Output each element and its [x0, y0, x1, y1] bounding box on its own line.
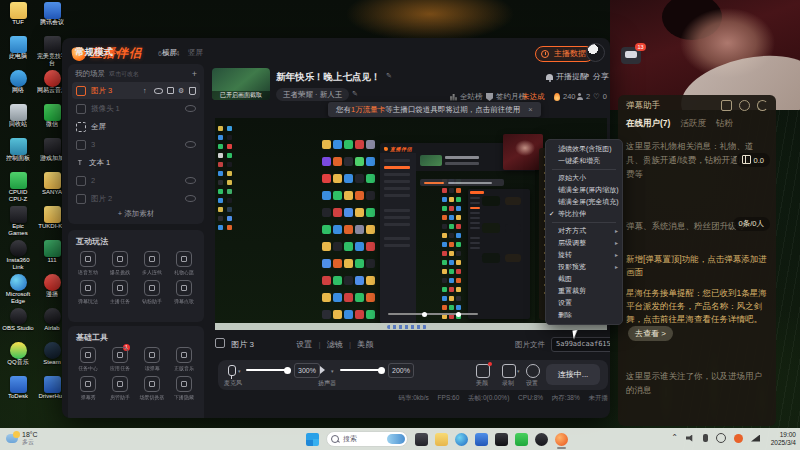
mic-tray-icon[interactable] [703, 434, 708, 442]
desktop-icon[interactable]: ToDesk [2, 376, 34, 410]
gift-counter[interactable]: 0.0 [736, 153, 770, 167]
message-counter[interactable]: 0条/0人 [733, 217, 770, 231]
menu-item[interactable]: 删除 [546, 309, 622, 321]
menu-item-submenu[interactable]: 对齐方式▸ [546, 225, 622, 237]
speaker-volume-slider[interactable] [340, 369, 382, 371]
feature-voice[interactable]: 语音互动 [72, 251, 104, 276]
rank-status[interactable]: 未达成 [522, 92, 545, 102]
taskbar-clock[interactable]: 19:00 2025/3/4 [771, 431, 796, 447]
task-view-button[interactable] [415, 433, 428, 446]
file-name-input[interactable]: 5a99adcaaf61556c67f652a.png [551, 337, 610, 352]
close-icon[interactable]: × [528, 105, 532, 114]
scene-row[interactable]: 全屏 [72, 118, 200, 135]
mic-volume-value[interactable]: 300% [294, 363, 320, 378]
mic-icon[interactable] [228, 365, 236, 376]
menu-item[interactable]: 原始大小 [546, 172, 622, 184]
feature-star-challenge[interactable]: 爆星挑战 [104, 251, 136, 276]
desktop-icon[interactable]: 控制面板 [2, 138, 34, 172]
feature-gift-wish[interactable]: 礼物心愿 [168, 251, 200, 276]
speaker-icon[interactable] [320, 366, 329, 374]
tool-licensed-music[interactable]: 正版音乐 [168, 347, 200, 372]
share-button[interactable]: ⇗ 分享 [583, 71, 609, 82]
source-filter-button[interactable]: 滤镜 [327, 340, 343, 349]
scene-row[interactable]: 摄像头 1 [72, 100, 200, 117]
eye-hidden-icon[interactable] [185, 105, 196, 112]
connect-button[interactable]: 连接中... [546, 364, 600, 385]
tab-landscape[interactable]: 横屏 [162, 48, 177, 58]
desktop-icon[interactable]: QQ音乐 [2, 342, 34, 376]
menu-item[interactable]: 截图 [546, 273, 622, 285]
pin-top-icon[interactable]: ↑ [143, 87, 150, 94]
copy-icon[interactable] [167, 87, 174, 94]
tray-app-icon[interactable] [716, 433, 726, 443]
capture-thumbnail[interactable]: 已开启画面截取 [212, 68, 270, 100]
menu-item[interactable]: 铺满全屏(完全填充) [546, 196, 622, 208]
taskbar-weather[interactable]: 18°C 多云 [6, 431, 38, 446]
desktop-icon[interactable]: Microsoft Edge [2, 274, 34, 308]
terminal-button[interactable] [495, 433, 508, 446]
tool-read-danmu[interactable]: 读弹幕 [136, 347, 168, 372]
scene-row-selected[interactable]: 图片 3 ↑ ⚙ [72, 82, 200, 99]
desktop-icon[interactable]: 网络 [2, 70, 34, 104]
desktop-icon[interactable]: Epic Games [2, 206, 34, 240]
feature-song-request[interactable]: 弹幕点歌 [168, 280, 200, 305]
mic-volume-slider[interactable] [246, 369, 288, 371]
menu-item[interactable]: 铺满全屏(屏内缩放) [546, 184, 622, 196]
menu-item[interactable]: 滤镜效果(含抠图) [546, 143, 622, 155]
menu-item[interactable]: 重置裁剪 [546, 285, 622, 297]
source-settings-button[interactable]: 设置 [296, 340, 312, 349]
source-beauty-button[interactable]: 美颜 [357, 340, 373, 349]
feature-danmu-play[interactable]: 弹幕玩法 [72, 280, 104, 305]
mic-caret-icon[interactable]: ▾ [238, 368, 241, 374]
rank-month[interactable]: 签约月榜 [486, 92, 526, 102]
tab-activity[interactable]: 活跃度 [680, 118, 706, 130]
desktop-icon[interactable]: 此电脑 [2, 36, 34, 70]
chat-bubble-icon[interactable]: 13 [621, 47, 641, 64]
desktop-icon[interactable]: CPUID CPU-Z [2, 172, 34, 206]
desktop-icon[interactable]: Insta360 Link [2, 240, 34, 274]
edge-button[interactable] [455, 433, 468, 446]
feature-anchor-task[interactable]: 主播任务 [104, 280, 136, 305]
game-tag[interactable]: 王者荣耀 · 新人王 [276, 88, 349, 101]
app-button-dark[interactable] [535, 433, 548, 446]
desktop-icon[interactable]: 回收站 [2, 104, 34, 138]
add-material-button[interactable]: + 添加素材 [68, 209, 204, 219]
tool-room-admin[interactable]: 房管助手 [104, 376, 136, 401]
settings-button[interactable] [526, 364, 540, 378]
feature-diamond-fans[interactable]: 钻粉助手 [136, 280, 168, 305]
tab-online-users[interactable]: 在线用户(7) [626, 118, 670, 130]
wechat-button[interactable] [515, 433, 528, 446]
gear-icon[interactable] [739, 100, 750, 111]
speaker-volume-value[interactable]: 200% [388, 363, 414, 378]
eye-hidden-icon[interactable] [185, 195, 196, 202]
avatar[interactable] [586, 43, 605, 62]
record-caret-icon[interactable]: ▾ [517, 368, 520, 374]
scene-row[interactable]: T 文本 1 [72, 154, 200, 171]
menu-item-checked[interactable]: ✓等比拉伸 [546, 208, 622, 220]
tool-app-task[interactable]: 1应用任务 [104, 347, 136, 372]
speaker-caret-icon[interactable]: ▾ [331, 368, 334, 374]
search-input[interactable]: 搜索 [326, 431, 408, 447]
eye-icon[interactable] [154, 88, 163, 94]
tab-diamond-fans[interactable]: 钻粉 [716, 118, 733, 130]
file-explorer-button[interactable] [435, 433, 448, 446]
trash-icon[interactable] [189, 87, 196, 95]
scene-row[interactable]: 图片 2 [72, 190, 200, 207]
refresh-icon[interactable] [757, 100, 768, 111]
edit-title-icon[interactable]: ✎ [386, 72, 392, 80]
rank-site[interactable]: 全站榜 [450, 92, 483, 102]
menu-item-submenu[interactable]: 投影预览▸ [546, 261, 622, 273]
live-companion-taskbar-button[interactable] [555, 433, 568, 446]
eye-hidden-icon[interactable] [185, 141, 196, 148]
tool-scene-switcher[interactable]: 场景切换器 [136, 376, 168, 401]
volume-icon[interactable] [686, 435, 695, 442]
app-button[interactable] [475, 433, 488, 446]
desktop-icon[interactable]: OBS Studio [2, 308, 34, 342]
popout-icon[interactable] [721, 100, 732, 111]
menu-item[interactable]: 设置 [546, 297, 622, 309]
menu-item-submenu[interactable]: 旋转▸ [546, 249, 622, 261]
desktop-icon[interactable]: TUF [2, 2, 34, 36]
scene-row[interactable]: 3 [72, 136, 200, 153]
beauty-button[interactable] [476, 364, 490, 378]
mode-selector[interactable]: 常规模式 ▾ [75, 46, 205, 59]
